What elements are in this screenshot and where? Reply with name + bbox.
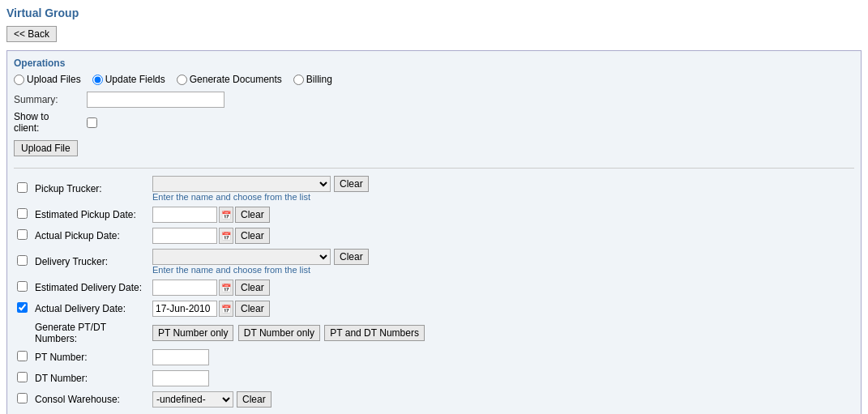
pt-number-checkbox[interactable] <box>17 351 28 361</box>
actual-delivery-label: Actual Delivery Date: <box>32 298 149 319</box>
estimated-pickup-date-input[interactable] <box>152 207 217 223</box>
actual-delivery-date-input[interactable]: 17-Jun-2010 <box>152 301 217 317</box>
actual-delivery-row: Actual Delivery Date: 17-Jun-2010 📅 Clea… <box>14 298 854 319</box>
actual-pickup-clear-btn[interactable]: Clear <box>235 228 270 244</box>
actual-delivery-cal-icon[interactable]: 📅 <box>219 301 233 317</box>
radio-billing[interactable]: Billing <box>293 74 332 85</box>
actual-pickup-date-input[interactable] <box>152 228 217 244</box>
estimated-pickup-clear-btn[interactable]: Clear <box>235 207 270 223</box>
consol-warehouse-select[interactable]: -undefined- <box>152 391 233 408</box>
actual-pickup-row: Actual Pickup Date: 📅 Clear <box>14 225 854 246</box>
pt-number-input[interactable] <box>152 349 209 365</box>
estimated-pickup-label: Estimated Pickup Date: <box>32 204 149 225</box>
consol-warehouse-clear-btn[interactable]: Clear <box>237 391 272 408</box>
estimated-delivery-clear-btn[interactable]: Clear <box>235 280 270 296</box>
estimated-delivery-row: Estimated Delivery Date: 📅 Clear <box>14 277 854 298</box>
estimated-delivery-checkbox[interactable] <box>17 281 28 292</box>
estimated-pickup-checkbox[interactable] <box>17 208 28 219</box>
actual-delivery-clear-btn[interactable]: Clear <box>235 301 270 317</box>
delivery-trucker-hint: Enter the name and choose from the list <box>152 265 851 275</box>
radio-update-label: Update Fields <box>105 74 165 85</box>
estimated-pickup-cal-icon[interactable]: 📅 <box>219 207 233 223</box>
radio-upload-label: Upload Files <box>27 74 81 85</box>
generate-ptdt-label: Generate PT/DT Numbers: <box>32 319 149 347</box>
estimated-delivery-cal-icon[interactable]: 📅 <box>219 280 233 296</box>
pt-number-only-btn[interactable]: PT Number only <box>152 325 233 341</box>
consol-warehouse-label: Consol Warehouse: <box>32 389 149 410</box>
pickup-trucker-label: Pickup Trucker: <box>32 173 149 204</box>
summary-input[interactable] <box>87 92 224 108</box>
estimated-delivery-date-input[interactable] <box>152 280 217 296</box>
radio-upload[interactable]: Upload Files <box>14 74 81 85</box>
radio-billing-input[interactable] <box>293 75 304 85</box>
consol-warehouse-checkbox[interactable] <box>17 393 28 403</box>
show-client-checkbox[interactable] <box>87 117 97 128</box>
pickup-trucker-select[interactable] <box>152 176 331 192</box>
actual-delivery-checkbox[interactable] <box>17 302 28 313</box>
radio-update-input[interactable] <box>92 75 103 85</box>
page-title: Virtual Group <box>6 6 862 19</box>
radio-generate-input[interactable] <box>177 75 187 85</box>
delivery-trucker-row: Delivery Trucker: Clear Enter the name a… <box>14 246 854 277</box>
fields-table: Pickup Trucker: Clear Enter the name and… <box>14 173 854 410</box>
summary-label: Summary: <box>14 94 87 105</box>
dt-number-label: DT Number: <box>32 368 149 389</box>
show-client-label: Show to client: <box>14 111 87 134</box>
delivery-trucker-select[interactable] <box>152 249 331 265</box>
actual-pickup-label: Actual Pickup Date: <box>32 225 149 246</box>
estimated-delivery-label: Estimated Delivery Date: <box>32 277 149 298</box>
pickup-trucker-hint: Enter the name and choose from the list <box>152 192 851 202</box>
radio-billing-label: Billing <box>306 74 332 85</box>
back-button-top[interactable]: << Back <box>6 26 57 42</box>
pt-number-row: PT Number: <box>14 347 854 368</box>
radio-update[interactable]: Update Fields <box>92 74 165 85</box>
pickup-trucker-clear-btn[interactable]: Clear <box>334 176 369 192</box>
radio-generate[interactable]: Generate Documents <box>177 74 282 85</box>
upload-file-button[interactable]: Upload File <box>14 140 78 156</box>
summary-row: Summary: <box>14 92 854 108</box>
delivery-trucker-label: Delivery Trucker: <box>32 246 149 277</box>
show-client-row: Show to client: <box>14 111 854 134</box>
pickup-trucker-checkbox[interactable] <box>17 182 28 193</box>
delivery-trucker-clear-btn[interactable]: Clear <box>334 249 369 265</box>
dt-number-only-btn[interactable]: DT Number only <box>238 325 320 341</box>
radio-generate-label: Generate Documents <box>190 74 282 85</box>
radio-upload-input[interactable] <box>14 75 24 85</box>
delivery-trucker-checkbox[interactable] <box>17 255 28 266</box>
actual-pickup-checkbox[interactable] <box>17 229 28 240</box>
dt-number-input[interactable] <box>152 370 209 386</box>
pt-number-label: PT Number: <box>32 347 149 368</box>
estimated-pickup-row: Estimated Pickup Date: 📅 Clear <box>14 204 854 225</box>
pt-and-dt-numbers-btn[interactable]: PT and DT Numbers <box>324 325 425 341</box>
consol-warehouse-row: Consol Warehouse: -undefined- Clear <box>14 389 854 410</box>
dt-number-row: DT Number: <box>14 368 854 389</box>
generate-ptdt-row: Generate PT/DT Numbers: PT Number only D… <box>14 319 854 347</box>
dt-number-checkbox[interactable] <box>17 372 28 382</box>
operations-radio-group: Upload Files Update Fields Generate Docu… <box>14 74 854 85</box>
pickup-trucker-row: Pickup Trucker: Clear Enter the name and… <box>14 173 854 204</box>
section-title: Operations <box>14 58 854 69</box>
actual-pickup-cal-icon[interactable]: 📅 <box>219 228 233 244</box>
